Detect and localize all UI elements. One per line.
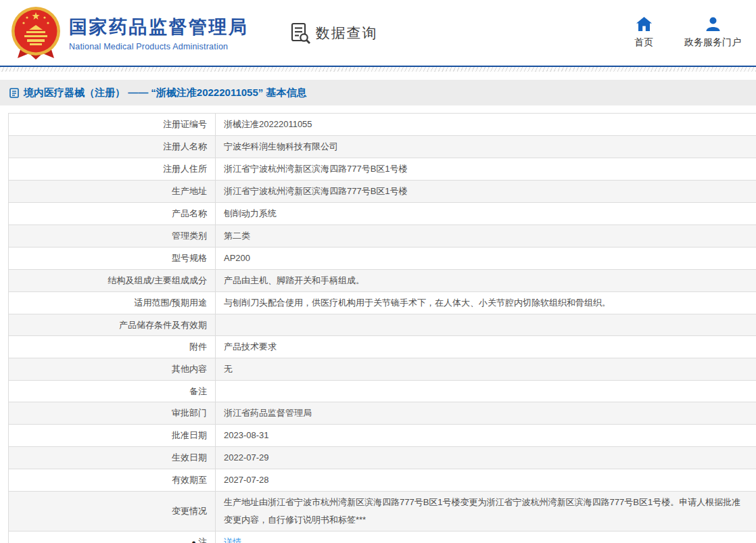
row-label: ●注	[9, 532, 216, 543]
row-value: 与刨削刀头配合使用，供医疗机构用于关节镜手术下，在人体大、小关节腔内切除软组织和…	[216, 292, 756, 314]
row-value-text: 刨削动力系统	[224, 205, 277, 222]
row-label: 结构及组成/主要组成成分	[9, 270, 216, 291]
nmpa-logo[interactable]: 国家药品监督管理局 National Medical Products Admi…	[9, 5, 249, 61]
row-value-text: 第二类	[224, 227, 250, 245]
row-value-text: 与刨削刀头配合使用，供医疗机构用于关节镜手术下，在人体大、小关节腔内切除软组织和…	[224, 294, 611, 312]
table-row: 注册人住所浙江省宁波杭州湾新区滨海四路777号B区1号楼	[9, 158, 756, 181]
row-label: 产品储存条件及有效期	[9, 314, 216, 335]
row-value: 第二类	[216, 225, 756, 247]
national-emblem-icon	[9, 5, 62, 61]
table-row: 产品储存条件及有效期	[9, 314, 756, 336]
row-value: 2023-08-31	[216, 425, 756, 446]
row-value: AP200	[216, 247, 756, 269]
row-value-text: 生产地址由浙江省宁波市杭州湾新区滨海四路777号B区1号楼变更为浙江省宁波杭州湾…	[224, 494, 748, 529]
table-row: 注册证编号浙械注准20222011055	[9, 114, 756, 136]
nav-home[interactable]: 首页	[634, 17, 653, 49]
row-label: 注册人住所	[9, 158, 216, 180]
nav-portal[interactable]: 政务服务门户	[684, 17, 741, 49]
table-row: 备注	[9, 381, 756, 402]
site-header: 国家药品监督管理局 National Medical Products Admi…	[0, 0, 756, 66]
table-row: 生产地址浙江省宁波杭州湾新区滨海四路777号B区1号楼	[9, 181, 756, 203]
row-value-text: 产品由主机、脚踏开关和手柄组成。	[224, 272, 364, 289]
table-row: 注册人名称宁波华科润生物科技有限公司	[9, 136, 756, 158]
row-value: 刨削动力系统	[216, 203, 756, 225]
row-value-text: 产品技术要求	[224, 338, 277, 356]
document-icon	[9, 88, 19, 98]
row-label-text: 备注	[189, 385, 207, 398]
row-label-text: 变更情况	[172, 505, 207, 517]
row-value-text: 浙江省药品监督管理局	[224, 404, 312, 422]
row-value-text: 无	[224, 360, 233, 378]
row-value-text: 浙江省宁波杭州湾新区滨海四路777号B区1号楼	[224, 183, 408, 200]
row-label-text: 批准日期	[172, 429, 207, 442]
row-label-text: 注	[198, 536, 207, 543]
table-row: 结构及组成/主要组成成分产品由主机、脚踏开关和手柄组成。	[9, 270, 756, 292]
row-label: 适用范围/预期用途	[9, 292, 216, 314]
row-value	[216, 314, 756, 335]
row-value-text: 2022-07-29	[224, 449, 269, 467]
row-label: 管理类别	[9, 225, 216, 247]
row-label: 产品名称	[9, 203, 216, 225]
row-value: 无	[216, 358, 756, 380]
row-value: 详情	[216, 532, 756, 543]
page-title-bar: 境内医疗器械（注册） —— “浙械注准20222011055” 基本信息	[0, 80, 756, 105]
row-value-text: 2027-07-28	[224, 471, 269, 489]
table-row: 变更情况生产地址由浙江省宁波市杭州湾新区滨海四路777号B区1号楼变更为浙江省宁…	[9, 492, 756, 532]
home-icon	[636, 17, 652, 31]
row-label-text: 型号规格	[172, 252, 207, 264]
row-value: 浙江省宁波杭州湾新区滨海四路777号B区1号楼	[216, 181, 756, 202]
row-label: 有效期至	[9, 469, 216, 491]
row-value: 宁波华科润生物科技有限公司	[216, 136, 756, 158]
table-row: 附件产品技术要求	[9, 336, 756, 358]
data-query-label: 数据查询	[316, 24, 378, 43]
table-row: 生效日期2022-07-29	[9, 447, 756, 469]
row-label-text: 审批部门	[172, 407, 207, 419]
data-query-section[interactable]: 数据查询	[291, 22, 378, 44]
row-value: 生产地址由浙江省宁波市杭州湾新区滨海四路777号B区1号楼变更为浙江省宁波杭州湾…	[216, 492, 756, 531]
row-label-text: 有效期至	[172, 474, 207, 486]
row-value-text: AP200	[224, 250, 250, 267]
row-value: 2022-07-29	[216, 447, 756, 469]
details-link[interactable]: 详情	[224, 534, 241, 543]
info-table: 注册证编号浙械注准20222011055注册人名称宁波华科润生物科技有限公司注册…	[8, 113, 756, 543]
note-bullet-icon: ●	[191, 539, 196, 543]
row-value: 产品技术要求	[216, 336, 756, 358]
row-label-text: 生效日期	[172, 452, 207, 464]
page-title: 境内医疗器械（注册） —— “浙械注准20222011055” 基本信息	[24, 87, 306, 99]
row-label: 生效日期	[9, 447, 216, 469]
row-label-text: 注册人名称	[163, 141, 207, 153]
row-label: 变更情况	[9, 492, 216, 531]
row-value-text: 2023-08-31	[224, 427, 269, 444]
row-label: 附件	[9, 336, 216, 358]
table-row: 管理类别第二类	[9, 225, 756, 247]
row-label-text: 产品名称	[172, 208, 207, 220]
row-label: 审批部门	[9, 402, 216, 424]
row-label-text: 注册证编号	[163, 118, 207, 131]
document-search-icon	[291, 22, 311, 44]
table-row: 审批部门浙江省药品监督管理局	[9, 402, 756, 425]
row-value: 浙江省宁波杭州湾新区滨海四路777号B区1号楼	[216, 158, 756, 180]
row-label: 型号规格	[9, 247, 216, 269]
nav-home-label: 首页	[634, 37, 653, 49]
table-row: 其他内容无	[9, 358, 756, 381]
row-label-text: 附件	[189, 341, 207, 353]
row-value: 浙江省药品监督管理局	[216, 402, 756, 424]
table-row: 批准日期2023-08-31	[9, 425, 756, 447]
row-label: 备注	[9, 381, 216, 402]
table-row: ●注详情	[9, 532, 756, 543]
row-label-text: 生产地址	[172, 185, 207, 197]
row-label-text: 结构及组成/主要组成成分	[108, 275, 207, 287]
row-label: 批准日期	[9, 425, 216, 446]
table-row: 型号规格AP200	[9, 247, 756, 270]
row-value-text: 浙江省宁波杭州湾新区滨海四路777号B区1号楼	[224, 160, 408, 178]
row-value-text: 宁波华科润生物科技有限公司	[224, 138, 338, 156]
row-value-text: 浙械注准20222011055	[224, 116, 312, 133]
table-row: 适用范围/预期用途与刨削刀头配合使用，供医疗机构用于关节镜手术下，在人体大、小关…	[9, 292, 756, 314]
row-value: 浙械注准20222011055	[216, 114, 756, 135]
row-value	[216, 381, 756, 402]
decorative-stripe-band	[0, 67, 756, 72]
row-label-text: 其他内容	[172, 363, 207, 375]
table-row: 有效期至2027-07-28	[9, 469, 756, 492]
row-label: 其他内容	[9, 358, 216, 380]
top-nav: 首页 政务服务门户	[634, 17, 741, 49]
